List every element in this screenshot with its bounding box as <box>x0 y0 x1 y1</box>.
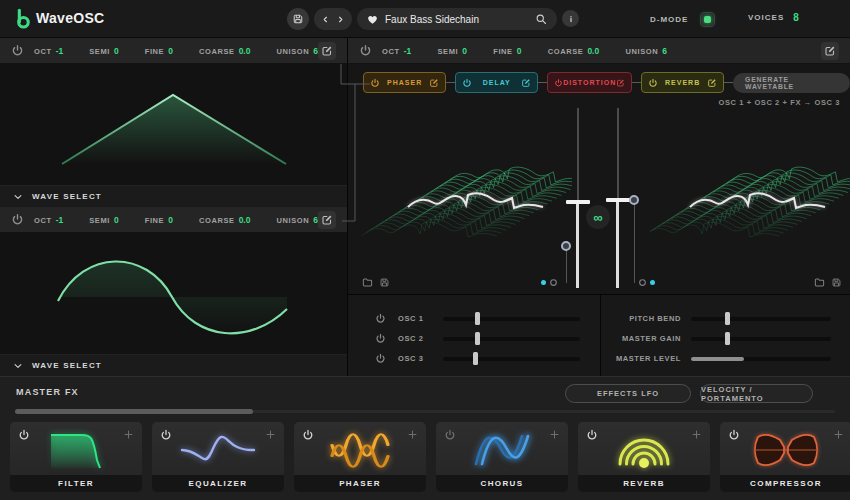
add-route-icon[interactable] <box>407 429 418 440</box>
fx-card-chorus[interactable]: CHORUS <box>436 422 568 492</box>
osc1-unison[interactable]: UNISON6 <box>276 46 318 56</box>
add-route-icon[interactable] <box>833 429 844 440</box>
osc1-wave-select[interactable]: WAVE SELECT <box>0 185 347 207</box>
scrollbar-thumb[interactable] <box>15 409 253 414</box>
mod-slider-right[interactable] <box>629 200 639 283</box>
mod-slider-left[interactable] <box>561 246 571 283</box>
osc1-power-icon[interactable] <box>11 44 24 57</box>
wavetable-display-right[interactable] <box>650 102 850 292</box>
power-icon[interactable] <box>648 78 658 88</box>
generate-wavetable-button[interactable]: GENERATE WAVETABLE <box>733 73 850 93</box>
edit-icon[interactable] <box>707 78 717 88</box>
mod-source-icon[interactable] <box>549 278 558 287</box>
osc2-wave-display[interactable] <box>0 233 347 354</box>
power-icon[interactable] <box>160 429 172 441</box>
osc3-semi[interactable]: SEMI0 <box>437 46 466 56</box>
master-level-meter[interactable] <box>691 352 831 365</box>
save-preset-button[interactable] <box>287 8 309 30</box>
master-gain-slider[interactable] <box>691 332 831 345</box>
next-preset-icon[interactable] <box>336 15 345 24</box>
link-sliders-button[interactable]: ∞ <box>586 205 610 229</box>
osc3-oct[interactable]: OCT-1 <box>382 46 411 56</box>
fx-card-filter[interactable]: FILTER <box>10 422 142 492</box>
osc1-fine[interactable]: FINE0 <box>145 46 173 56</box>
osc3-header: OCT-1 SEMI0 FINE0 COARSE0.0 UNISON6 <box>348 38 850 64</box>
d-mode-toggle[interactable] <box>700 12 715 27</box>
fx-card-reverb[interactable]: REVERB <box>578 422 710 492</box>
osc2-oct[interactable]: OCT-1 <box>34 215 63 225</box>
power-icon[interactable] <box>375 333 386 344</box>
favorite-heart-icon[interactable] <box>367 14 378 25</box>
slider-thumb[interactable] <box>725 312 730 325</box>
previous-preset-icon[interactable] <box>321 15 330 24</box>
osc1-semi[interactable]: SEMI0 <box>89 46 118 56</box>
power-icon[interactable] <box>375 313 386 324</box>
save-wavetable-icon[interactable] <box>379 277 390 288</box>
osc2-level-slider[interactable] <box>443 332 580 345</box>
preset-name[interactable]: Faux Bass Sidechain <box>385 14 528 25</box>
slider-handle[interactable] <box>606 198 630 202</box>
power-icon[interactable] <box>586 429 598 441</box>
power-icon[interactable] <box>462 78 472 88</box>
effects-lfo-button[interactable]: EFFECTS LFO <box>565 384 691 403</box>
mod-source-icon[interactable] <box>638 278 647 287</box>
osc2-power-icon[interactable] <box>11 213 24 226</box>
edit-icon[interactable] <box>521 78 531 88</box>
osc1-oct[interactable]: OCT-1 <box>34 46 63 56</box>
fx-scrollbar[interactable] <box>15 409 835 414</box>
save-wavetable-icon[interactable] <box>831 277 842 288</box>
master-level-row: MASTER LEVEL <box>601 348 850 368</box>
power-icon[interactable] <box>18 429 30 441</box>
slider-thumb[interactable] <box>475 332 480 345</box>
osc3-params: OCT-1 SEMI0 FINE0 COARSE0.0 UNISON6 <box>382 46 667 56</box>
power-icon[interactable] <box>444 429 456 441</box>
add-route-icon[interactable] <box>123 429 134 440</box>
osc3-level-slider[interactable] <box>443 352 580 365</box>
fx-chain-distortion[interactable]: DISTORTION <box>547 72 632 93</box>
chain-connector <box>724 82 733 83</box>
osc2-wave-select[interactable]: WAVE SELECT <box>0 354 347 376</box>
power-icon[interactable] <box>375 353 386 364</box>
osc3-unison[interactable]: UNISON6 <box>625 46 667 56</box>
power-icon[interactable] <box>302 429 314 441</box>
info-button[interactable] <box>562 10 579 27</box>
velocity-portamento-button[interactable]: VELOCITY / PORTAMENTO <box>700 384 813 403</box>
osc3-coarse[interactable]: COARSE0.0 <box>548 46 600 56</box>
slider-thumb[interactable] <box>725 332 730 345</box>
search-icon[interactable] <box>535 13 547 25</box>
add-route-icon[interactable] <box>691 429 702 440</box>
wavetable-display-left[interactable] <box>358 102 572 292</box>
mod-knob[interactable] <box>629 195 639 205</box>
power-icon[interactable] <box>554 78 563 88</box>
osc2-coarse[interactable]: COARSE0.0 <box>199 215 251 225</box>
slider-thumb[interactable] <box>475 312 480 325</box>
edit-icon[interactable] <box>429 78 439 88</box>
fx-chain-reverb[interactable]: REVERB <box>641 72 724 93</box>
pitch-bend-slider[interactable] <box>691 312 831 325</box>
power-icon[interactable] <box>728 429 740 441</box>
osc1-level-slider[interactable] <box>443 312 580 325</box>
osc1-coarse[interactable]: COARSE0.0 <box>199 46 251 56</box>
fx-card-compressor[interactable]: COMPRESSOR <box>720 422 850 492</box>
wavetable-position-slider-2[interactable] <box>606 108 630 288</box>
osc1-wave-display[interactable] <box>0 64 347 185</box>
add-route-icon[interactable] <box>265 429 276 440</box>
osc2-unison[interactable]: UNISON6 <box>276 215 318 225</box>
load-wavetable-folder-icon[interactable] <box>814 277 825 288</box>
d-mode-control: D-MODE <box>650 12 715 27</box>
voices-value[interactable]: 8 <box>793 12 799 23</box>
add-route-icon[interactable] <box>549 429 560 440</box>
osc3-edit-button[interactable] <box>821 42 839 60</box>
mod-knob[interactable] <box>561 241 571 251</box>
load-wavetable-folder-icon[interactable] <box>362 277 373 288</box>
edit-icon[interactable] <box>616 78 625 88</box>
fx-card-phaser[interactable]: PHASER <box>294 422 426 492</box>
slider-handle[interactable] <box>566 200 590 204</box>
preset-browser-field[interactable]: Faux Bass Sidechain <box>357 8 557 30</box>
slider-thumb[interactable] <box>473 352 478 365</box>
osc2-fine[interactable]: FINE0 <box>145 215 173 225</box>
osc3-fine[interactable]: FINE0 <box>493 46 521 56</box>
fx-card-equalizer[interactable]: EQUALIZER <box>152 422 284 492</box>
fx-chain-delay[interactable]: DELAY <box>455 72 538 93</box>
osc2-semi[interactable]: SEMI0 <box>89 215 118 225</box>
